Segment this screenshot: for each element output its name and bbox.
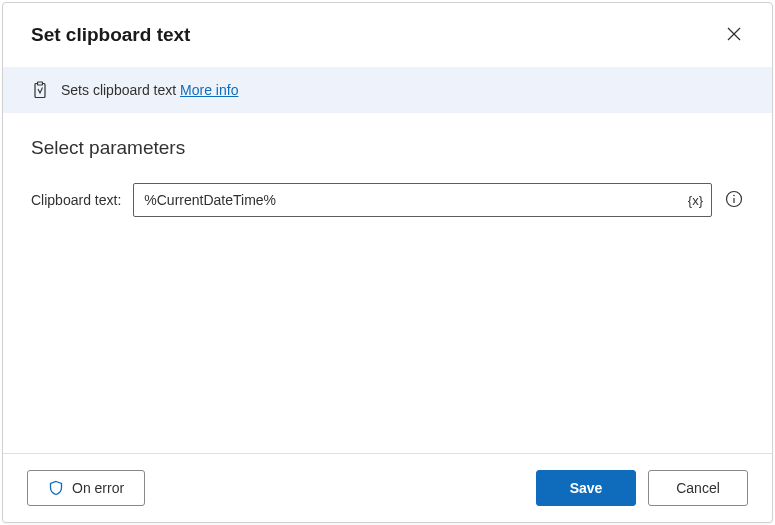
dialog-body: Select parameters Clipboard text: {x} [3, 113, 772, 453]
svg-point-5 [733, 194, 735, 196]
banner-description: Sets clipboard text [61, 82, 180, 98]
banner-text: Sets clipboard text More info [61, 82, 238, 98]
info-icon [725, 190, 743, 211]
dialog-header: Set clipboard text [3, 3, 772, 67]
close-icon [727, 27, 741, 44]
section-title: Select parameters [31, 137, 744, 159]
clipboard-text-input[interactable] [134, 186, 680, 214]
field-clipboard-text: Clipboard text: {x} [31, 183, 744, 217]
close-button[interactable] [720, 21, 748, 49]
insert-variable-button[interactable]: {x} [680, 184, 711, 216]
save-button[interactable]: Save [536, 470, 636, 506]
field-info-button[interactable] [724, 190, 744, 210]
cancel-button[interactable]: Cancel [648, 470, 748, 506]
on-error-button[interactable]: On error [27, 470, 145, 506]
clipboard-icon [31, 81, 49, 99]
svg-rect-3 [38, 82, 43, 85]
footer-actions: Save Cancel [536, 470, 748, 506]
dialog-title: Set clipboard text [31, 24, 190, 46]
info-banner: Sets clipboard text More info [3, 67, 772, 113]
on-error-label: On error [72, 480, 124, 496]
dialog-footer: On error Save Cancel [3, 453, 772, 522]
input-wrapper-clipboard-text: {x} [133, 183, 712, 217]
more-info-link[interactable]: More info [180, 82, 238, 98]
field-label-clipboard-text: Clipboard text: [31, 192, 121, 208]
shield-icon [48, 480, 64, 496]
cancel-label: Cancel [676, 480, 720, 496]
dialog-set-clipboard-text: Set clipboard text Sets clipboard text M… [2, 2, 773, 523]
save-label: Save [570, 480, 603, 496]
